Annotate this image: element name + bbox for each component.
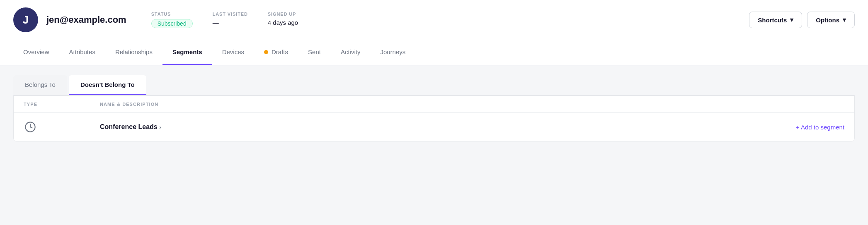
signed-up-value: 4 days ago xyxy=(268,19,298,26)
tab-relationships[interactable]: Relationships xyxy=(105,40,162,65)
main-content: Belongs To Doesn't Belong To TYPE NAME &… xyxy=(0,65,868,151)
col-name-header: NAME & DESCRIPTION xyxy=(100,102,844,107)
options-button[interactable]: Options ▾ xyxy=(807,12,855,28)
tab-devices[interactable]: Devices xyxy=(212,40,254,65)
tab-overview[interactable]: Overview xyxy=(13,40,59,65)
status-label: STATUS xyxy=(151,12,193,17)
user-email: jen@example.com xyxy=(46,14,126,25)
tab-journeys[interactable]: Journeys xyxy=(370,40,415,65)
drafts-dot-icon xyxy=(264,50,268,54)
options-label: Options xyxy=(816,17,839,24)
sub-tabs: Belongs To Doesn't Belong To xyxy=(13,75,855,96)
shortcuts-label: Shortcuts xyxy=(758,17,787,24)
tab-sent[interactable]: Sent xyxy=(298,40,331,65)
signed-up-group: SIGNED UP 4 days ago xyxy=(268,12,298,28)
tab-activity[interactable]: Activity xyxy=(331,40,371,65)
chevron-right-icon: › xyxy=(159,124,161,130)
subtab-belongs-to[interactable]: Belongs To xyxy=(13,75,67,95)
segments-table: TYPE NAME & DESCRIPTION Conference Leads… xyxy=(13,96,855,141)
status-badge: Subscribed xyxy=(151,19,193,28)
clock-icon xyxy=(24,120,37,134)
col-type-header: TYPE xyxy=(24,102,90,107)
status-group: STATUS Subscribed xyxy=(151,12,193,28)
nav-tabs: Overview Attributes Relationships Segmen… xyxy=(0,40,868,65)
signed-up-label: SIGNED UP xyxy=(268,12,298,17)
header-actions: Shortcuts ▾ Options ▾ xyxy=(749,12,855,28)
tab-attributes[interactable]: Attributes xyxy=(59,40,105,65)
chevron-down-icon: ▾ xyxy=(790,16,793,24)
tab-drafts[interactable]: Drafts xyxy=(254,40,298,65)
type-icon-cell xyxy=(24,120,90,134)
table-header: TYPE NAME & DESCRIPTION xyxy=(14,96,854,113)
shortcuts-button[interactable]: Shortcuts ▾ xyxy=(749,12,802,28)
last-visited-value: — xyxy=(213,19,248,26)
last-visited-label: LAST VISITED xyxy=(213,12,248,17)
tab-segments[interactable]: Segments xyxy=(162,40,212,65)
avatar: J xyxy=(13,7,38,32)
header-meta: STATUS Subscribed LAST VISITED — SIGNED … xyxy=(151,12,741,28)
add-to-segment-link[interactable]: + Add to segment xyxy=(796,124,844,131)
segment-name[interactable]: Conference Leads › xyxy=(100,123,786,131)
table-row: Conference Leads › + Add to segment xyxy=(14,113,854,141)
last-visited-group: LAST VISITED — xyxy=(213,12,248,28)
chevron-down-icon: ▾ xyxy=(843,16,846,24)
page-header: J jen@example.com STATUS Subscribed LAST… xyxy=(0,0,868,40)
subtab-doesnt-belong-to[interactable]: Doesn't Belong To xyxy=(69,75,146,95)
